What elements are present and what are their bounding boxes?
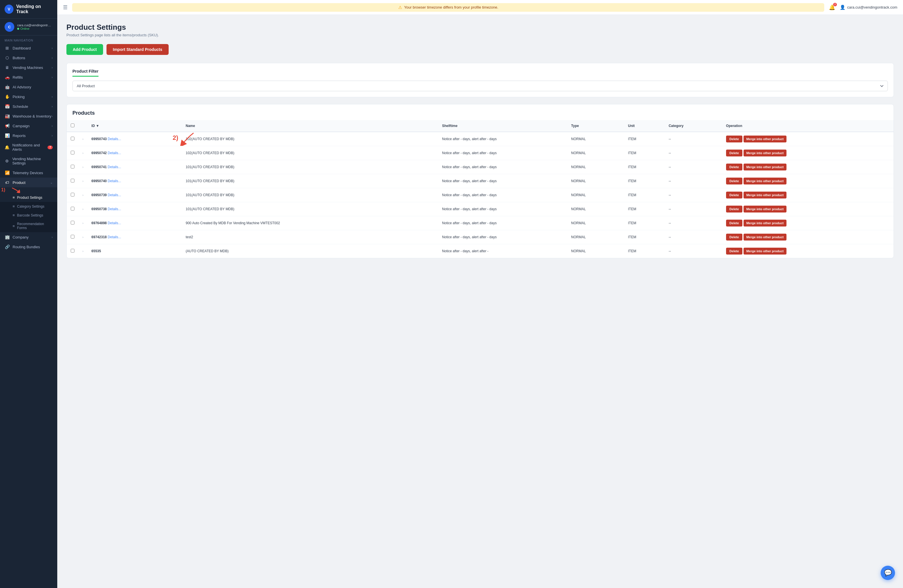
expand-icon[interactable]: › [82, 194, 83, 197]
product-unit: ITEM [628, 179, 636, 183]
row-checkbox-cell [67, 132, 79, 146]
delete-button[interactable]: Delete [726, 150, 743, 157]
sidebar-item-vending-machines[interactable]: 🖥Vending Machines › [0, 63, 57, 72]
topbar-user[interactable]: 👤 cara.cui@vendingontrack.com [840, 5, 897, 10]
delete-button[interactable]: Delete [726, 191, 743, 199]
product-type: NORMAL [571, 249, 586, 253]
merge-button[interactable]: Merge into other product [744, 150, 787, 157]
details-link[interactable]: Details... [108, 151, 121, 155]
sidebar-item-notifications[interactable]: 🔔Notifications and Alerts 7 [0, 140, 57, 154]
sidebar-item-vending-machine-settings[interactable]: ⚙Vending Machine Settings [0, 154, 57, 168]
submenu-item-category-settings[interactable]: ≡ Category Settings [0, 202, 57, 211]
merge-button[interactable]: Merge into other product [744, 164, 787, 171]
row-checkbox[interactable] [71, 165, 74, 168]
row-id-cell: 69950741 Details... [87, 160, 181, 174]
submenu-item-recommendation-forms[interactable]: ≡ Recommendation Forms [0, 220, 57, 232]
delete-button[interactable]: Delete [726, 177, 743, 185]
row-type-cell: NORMAL [567, 160, 624, 174]
row-type-cell: NORMAL [567, 132, 624, 146]
expand-icon[interactable]: › [82, 180, 83, 183]
merge-button[interactable]: Merge into other product [744, 136, 787, 143]
merge-button[interactable]: Merge into other product [744, 248, 787, 254]
details-link[interactable]: Details... [108, 207, 121, 211]
chat-fab-button[interactable]: 💬 [881, 566, 895, 580]
expand-icon[interactable]: › [82, 138, 83, 141]
operation-buttons: Delete Merge into other product [726, 164, 890, 171]
details-link[interactable]: Details... [108, 179, 121, 183]
sidebar-item-telemetry-devices[interactable]: 📶Telemetry Devices [0, 168, 57, 177]
row-checkbox[interactable] [71, 235, 74, 238]
details-link[interactable]: Details... [108, 235, 121, 239]
expand-icon[interactable]: › [82, 250, 83, 253]
row-checkbox[interactable] [71, 193, 74, 196]
import-standard-products-button[interactable]: Import Standard Products [107, 44, 168, 55]
table-wrapper: 2) ID ▼ Name Shelftime T [67, 120, 894, 258]
product-filter-select[interactable]: All Product NORMAL WEIGHT COUNT [72, 81, 888, 91]
delete-button[interactable]: Delete [726, 205, 743, 213]
sidebar-item-dashboard[interactable]: ⊞Dashboard › [0, 43, 57, 53]
row-id-cell: 69950740 Details... [87, 174, 181, 188]
sidebar-item-warehouse-inventory[interactable]: 🏭Warehouse & Inventory › [0, 111, 57, 121]
sidebar-item-campaign[interactable]: 📢Campaign › [0, 121, 57, 131]
delete-button[interactable]: Delete [726, 220, 743, 226]
delete-button[interactable]: Delete [726, 136, 743, 143]
alert-icon: ⚠ [398, 5, 402, 10]
add-product-button[interactable]: Add Product [66, 44, 103, 55]
sidebar-item-picking[interactable]: ✋Picking › [0, 92, 57, 102]
sidebar-item-company[interactable]: 🏢Company › [0, 232, 57, 242]
schedule-icon: 📅 [5, 104, 10, 109]
merge-button[interactable]: Merge into other product [744, 220, 787, 226]
chevron-right-icon: › [52, 66, 53, 69]
product-id: 69950741 [91, 165, 107, 169]
details-link[interactable]: Details... [108, 137, 121, 141]
merge-button[interactable]: Merge into other product [744, 234, 787, 240]
row-type-cell: NORMAL [567, 202, 624, 216]
product-shelftime: Notice after - days, alert after - days [442, 235, 497, 239]
chevron-down-icon: ⌄ [50, 181, 53, 185]
select-all-checkbox[interactable] [71, 124, 74, 127]
expand-icon[interactable]: › [82, 222, 83, 225]
row-checkbox-cell [67, 146, 79, 160]
sidebar-item-product[interactable]: 🏷 Product ⌄ [0, 177, 57, 187]
delete-button[interactable]: Delete [726, 234, 743, 240]
delete-button[interactable]: Delete [726, 248, 743, 254]
row-checkbox[interactable] [71, 151, 74, 154]
sidebar-item-buttons[interactable]: ⬡Buttons › [0, 53, 57, 63]
col-header-shelftime: Shelftime [438, 120, 567, 132]
expand-icon[interactable]: › [82, 236, 83, 239]
row-checkbox[interactable] [71, 221, 74, 224]
row-checkbox[interactable] [71, 179, 74, 182]
merge-button[interactable]: Merge into other product [744, 205, 787, 213]
sidebar-item-label: Warehouse & Inventory [13, 114, 51, 118]
details-link[interactable]: Details... [108, 165, 121, 169]
row-name-cell: 102(AUTO CREATED BY MDB) [182, 146, 438, 160]
notification-bell[interactable]: 🔔 7 [829, 4, 835, 11]
expand-icon[interactable]: › [82, 208, 83, 211]
row-checkbox[interactable] [71, 249, 74, 252]
expand-icon[interactable]: › [82, 152, 83, 155]
row-checkbox[interactable] [71, 137, 74, 140]
delete-button[interactable]: Delete [726, 164, 743, 171]
sidebar-item-ai-advisory[interactable]: 🤖AI Advisory [0, 82, 57, 92]
sidebar-item-refills[interactable]: 🚗Refills › [0, 72, 57, 82]
expand-icon[interactable]: › [82, 166, 83, 169]
row-unit-cell: ITEM [624, 188, 664, 202]
hamburger-icon[interactable]: ☰ [63, 4, 68, 11]
submenu-item-barcode-settings[interactable]: ≡ Barcode Settings [0, 211, 57, 220]
submenu-item-product-settings[interactable]: ≡ Product Settings [0, 193, 57, 202]
row-operation-cell: Delete Merge into other product [722, 202, 894, 216]
nav-section-label: MAIN NAVIGATION [0, 36, 57, 43]
merge-button[interactable]: Merge into other product [744, 191, 787, 199]
sidebar-item-reports[interactable]: 📊Reports › [0, 131, 57, 140]
details-link[interactable]: Details... [108, 221, 121, 225]
product-category: -- [669, 179, 671, 183]
notifications-icon: 🔔 [5, 145, 9, 150]
sidebar-item-schedule[interactable]: 📅Schedule › [0, 102, 57, 111]
col-header-id[interactable]: ID ▼ [87, 120, 181, 132]
merge-button[interactable]: Merge into other product [744, 177, 787, 185]
operation-buttons: Delete Merge into other product [726, 248, 890, 254]
product-unit: ITEM [628, 137, 636, 141]
row-checkbox[interactable] [71, 207, 74, 210]
details-link[interactable]: Details... [108, 193, 121, 197]
sidebar-item-routing-bundles[interactable]: 🔗Routing Bundles [0, 242, 57, 252]
